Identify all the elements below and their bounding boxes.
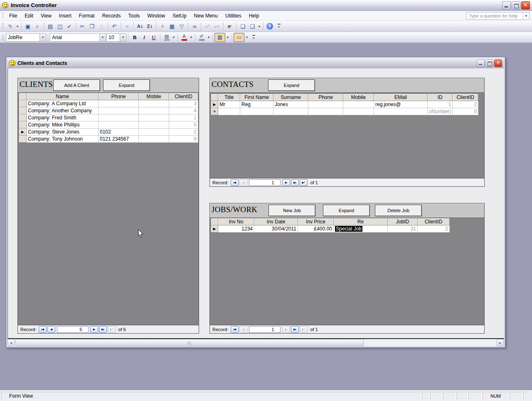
cell-mobile[interactable] — [139, 121, 169, 129]
design-view-icon[interactable]: ✎ — [6, 22, 15, 30]
paste-icon[interactable]: ▯ — [97, 22, 106, 30]
font-selector[interactable]: Arial — [50, 33, 106, 42]
record-selector[interactable] — [19, 114, 27, 121]
cell-clientid[interactable]: 1 — [169, 114, 198, 121]
cell-clientid[interactable]: 2 — [453, 101, 478, 108]
record-number-input[interactable]: 5 — [57, 326, 89, 333]
chevron-down-icon[interactable] — [39, 34, 46, 41]
menu-format[interactable]: Format — [75, 12, 99, 20]
cell-mobile[interactable] — [139, 114, 169, 121]
new-record-button[interactable]: ▶* — [300, 179, 308, 186]
toolbar-grip[interactable] — [2, 34, 4, 41]
toolbar-options-icon[interactable] — [276, 22, 281, 30]
menu-tools[interactable]: Tools — [125, 12, 144, 20]
cell-mobile[interactable] — [139, 107, 169, 114]
undo-icon[interactable]: ↶ — [110, 22, 119, 30]
column-header-email[interactable]: EMail — [374, 94, 428, 101]
form-close-button[interactable] — [494, 59, 502, 67]
cell-mobile[interactable] — [139, 136, 169, 143]
record-selector[interactable] — [19, 136, 27, 143]
menu-setup[interactable]: SetUp — [169, 12, 190, 20]
column-header-mobile[interactable]: Mobile — [139, 93, 169, 100]
app-titlebar[interactable]: Invoice Controller — [0, 0, 532, 11]
menu-edit[interactable]: Edit — [21, 12, 37, 20]
cell-surname[interactable] — [273, 108, 308, 115]
cell-phone[interactable] — [99, 107, 139, 114]
line-color-dropdown-icon[interactable] — [207, 33, 211, 42]
delete-job-button[interactable]: Delete Job — [375, 205, 422, 216]
menu-insert[interactable]: Insert — [55, 12, 75, 20]
menu-file[interactable]: File — [5, 12, 21, 20]
help-icon[interactable]: ? — [266, 23, 273, 30]
column-header-clientid[interactable]: ClientID — [169, 93, 198, 100]
menu-utilities[interactable]: Utilities — [222, 12, 245, 20]
sort-ascending-icon[interactable]: A↓ — [135, 22, 145, 30]
current-record-arrow-icon[interactable]: ▶ — [19, 129, 27, 136]
cell-surname[interactable]: Jones — [273, 101, 308, 108]
toolbar-options-icon[interactable] — [251, 34, 256, 41]
restore-button[interactable] — [512, 1, 520, 10]
next-record-button[interactable]: ▶ — [282, 326, 290, 333]
cell-clientid[interactable]: 2 — [169, 129, 198, 136]
menubar-grip[interactable] — [2, 12, 4, 19]
new-object-dropdown-icon[interactable] — [257, 22, 261, 30]
column-header-id[interactable]: ID — [428, 94, 453, 101]
column-header-re[interactable]: Re — [334, 218, 388, 225]
column-header-name[interactable]: Name — [27, 93, 99, 100]
selector-column-header[interactable] — [211, 218, 218, 225]
cell-inv-no[interactable]: 1234 — [218, 225, 254, 233]
column-header-inv-date[interactable]: Inv Date — [254, 218, 298, 225]
cell-mobile[interactable] — [139, 129, 169, 136]
first-record-button[interactable]: |◀ — [231, 326, 239, 333]
cell-name[interactable]: Company: Mike Phillips — [27, 121, 99, 129]
design-view-dropdown-icon[interactable] — [15, 22, 20, 30]
cell-first-name[interactable]: Reg — [240, 101, 273, 108]
new-record-asterisk-icon[interactable]: ✳ — [211, 108, 218, 115]
fill-color-button[interactable]: ▨ — [162, 33, 171, 42]
cell-name[interactable]: Company: Another Company — [27, 107, 99, 114]
menu-window[interactable]: Window — [144, 12, 169, 20]
apply-filter-icon[interactable]: ▽ — [177, 22, 186, 30]
next-record-button[interactable]: ▶ — [90, 326, 98, 333]
current-record-arrow-icon[interactable]: ▶ — [211, 225, 218, 233]
bold-button[interactable]: B — [130, 33, 139, 42]
cell-name[interactable]: Company: Fred Smith — [27, 114, 99, 121]
ask-a-question-box[interactable]: Type a question for help — [466, 12, 530, 20]
special-effect-button[interactable]: ▭ — [234, 33, 244, 42]
record-selector[interactable] — [19, 107, 27, 114]
cell-clientid[interactable]: 2 — [418, 225, 450, 233]
add-a-client-button[interactable]: Add A Client — [53, 79, 100, 91]
scroll-left-icon[interactable] — [7, 339, 15, 346]
cell-re[interactable]: Special Job — [334, 225, 388, 233]
properties-icon[interactable]: ☛ — [225, 22, 234, 30]
cell-email[interactable]: reg.jones@ — [374, 101, 428, 108]
font-color-button[interactable]: A — [180, 33, 189, 42]
form-maximize-button[interactable] — [485, 59, 493, 67]
current-record-arrow-icon[interactable]: ▶ — [211, 101, 218, 108]
cell-jobid[interactable]: 31 — [388, 225, 418, 233]
last-record-button[interactable]: ▶| — [291, 179, 299, 186]
print-icon[interactable]: ▤ — [46, 22, 55, 30]
italic-button[interactable]: I — [140, 33, 149, 42]
cell-inv-price[interactable]: £400.00 — [298, 225, 334, 233]
cell-clientid[interactable]: 5 — [169, 121, 198, 129]
record-number-input[interactable]: 1 — [249, 179, 281, 186]
last-record-button[interactable]: ▶| — [291, 326, 299, 333]
new-object-icon[interactable]: ❑ — [248, 22, 257, 30]
column-header-title[interactable]: Title — [218, 94, 240, 101]
cell-title[interactable]: Mr — [218, 101, 240, 108]
record-selector[interactable] — [19, 100, 27, 107]
cell-phone[interactable]: 0102 — [99, 129, 139, 136]
first-record-button[interactable]: |◀ — [39, 326, 47, 333]
cell-mobile[interactable] — [343, 108, 374, 115]
form-minimize-button[interactable] — [477, 59, 485, 67]
form-horizontal-scrollbar[interactable] — [7, 339, 504, 346]
cell-name[interactable]: Company: Tony Johnson — [27, 136, 99, 143]
chevron-down-icon[interactable] — [99, 34, 106, 41]
scrollbar-thumb[interactable] — [15, 339, 364, 346]
cell-clientid[interactable]: 4 — [169, 107, 198, 114]
find-icon[interactable]: ∞ — [190, 22, 199, 30]
cell-phone[interactable] — [99, 121, 139, 129]
column-header-phone[interactable]: Phone — [308, 94, 343, 101]
new-record-button[interactable]: ▶* — [300, 326, 308, 333]
